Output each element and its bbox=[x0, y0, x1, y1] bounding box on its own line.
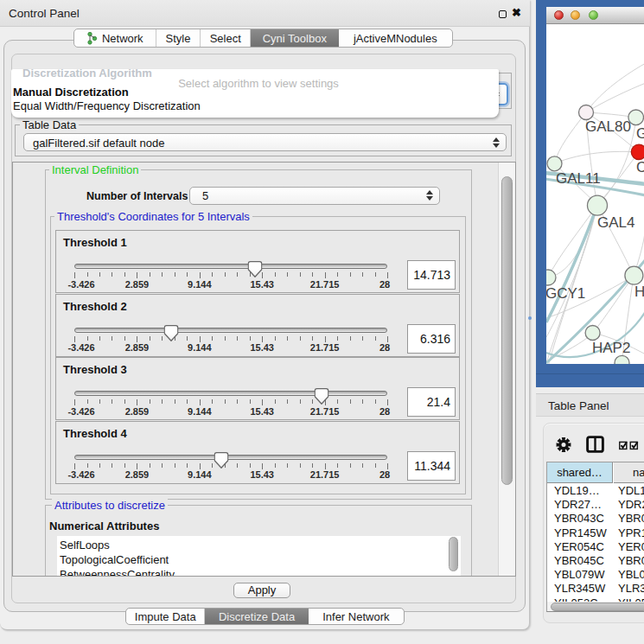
svg-text:GAL11: GAL11 bbox=[556, 170, 601, 187]
svg-text:HAP2: HAP2 bbox=[592, 340, 630, 356]
svg-text:C: C bbox=[636, 159, 644, 175]
svg-text:GA: GA bbox=[636, 125, 644, 142]
svg-text:GAL4: GAL4 bbox=[597, 214, 634, 231]
svg-text:GCY1: GCY1 bbox=[546, 285, 585, 302]
svg-text:H: H bbox=[634, 284, 644, 300]
svg-text:GAL80: GAL80 bbox=[585, 118, 631, 135]
